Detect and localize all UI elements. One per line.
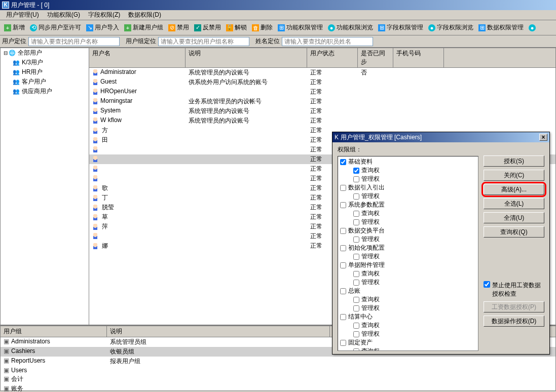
tb-func-mgmt[interactable]: ⊞功能权限管理: [276, 22, 325, 33]
group-pos-input[interactable]: [158, 37, 249, 46]
perm-node[interactable]: 数据引入引出: [339, 183, 477, 192]
tb-data-mgmt[interactable]: ⊞数据权限管理: [476, 22, 526, 33]
perm-checkbox[interactable]: [353, 211, 359, 217]
perm-child-node[interactable]: 管理权: [339, 175, 477, 183]
tree-hr[interactable]: 👥HR用户: [1, 67, 89, 77]
user-row[interactable]: W kflow系统管理员的内设账号正常: [89, 116, 555, 126]
perm-checkbox[interactable]: [353, 168, 359, 174]
tb-field-mgmt[interactable]: ⊞字段权限管理: [376, 22, 425, 33]
user-row[interactable]: Morningstar业务系统管理员的内设帐号正常: [89, 97, 555, 106]
perm-checkbox[interactable]: [340, 262, 346, 268]
clear-all-button[interactable]: 全清(U): [484, 212, 544, 223]
perm-child-node[interactable]: 查询权: [339, 166, 477, 175]
perm-child-node[interactable]: 管理权: [339, 278, 477, 287]
menu-field-perm[interactable]: 字段权限(Z): [84, 10, 124, 20]
perm-node[interactable]: 总账: [339, 287, 477, 295]
advanced-button[interactable]: 高级(A)...: [484, 184, 544, 195]
close-dialog-button[interactable]: 关闭(C): [484, 170, 544, 181]
tb-enable[interactable]: ✓反禁用: [192, 22, 223, 33]
query-perm-button[interactable]: 查询权(Q): [484, 226, 544, 238]
menu-func-perm[interactable]: 功能权限(G): [43, 10, 84, 20]
authorize-button[interactable]: 授权(S): [484, 155, 544, 167]
close-button[interactable]: ×: [539, 134, 547, 141]
permission-tree[interactable]: 基础资料查询权管理权数据引入引出管理权系统参数配置查询权管理权数据交换平台管理权…: [338, 156, 478, 351]
perm-child-node[interactable]: 管理权: [339, 330, 477, 338]
perm-checkbox[interactable]: [353, 219, 359, 225]
tb-func-browse[interactable]: ●功能权限浏览: [326, 22, 375, 33]
col-sync[interactable]: 是否已同步: [358, 48, 393, 67]
tb-new-group[interactable]: +新建用户组: [122, 22, 165, 33]
tb-new[interactable]: +新增: [2, 22, 27, 33]
disable-salary-check[interactable]: 禁止使用工资数据授权检查: [484, 281, 544, 298]
menu-user-mgmt[interactable]: 用户管理(U): [2, 10, 43, 20]
data-op-auth-button[interactable]: 数据操作授权(D): [484, 316, 544, 327]
perm-child-node[interactable]: 管理权: [339, 218, 477, 226]
tree-root[interactable]: ⊟ 🌐 全部用户: [1, 48, 89, 58]
perm-node[interactable]: 基础资料: [339, 158, 477, 166]
perm-checkbox[interactable]: [340, 159, 346, 165]
perm-child-node[interactable]: 查询权: [339, 295, 477, 304]
col-username[interactable]: 用户名: [89, 48, 186, 67]
perm-checkbox[interactable]: [353, 305, 359, 311]
user-row[interactable]: Guest供系统外用户访问系统的账号正常: [89, 77, 555, 87]
perm-node[interactable]: 初始化项配置: [339, 244, 477, 252]
perm-checkbox[interactable]: [340, 228, 346, 234]
perm-child-node[interactable]: 查询权: [339, 209, 477, 218]
perm-child-node[interactable]: 查询权: [339, 347, 477, 351]
perm-child-node[interactable]: 管理权: [339, 192, 477, 201]
col-gdesc[interactable]: 说明: [107, 326, 330, 337]
name-pos-input[interactable]: [282, 37, 373, 46]
tree-customer[interactable]: 👥客户用户: [1, 77, 89, 87]
col-group[interactable]: 用户组: [1, 326, 107, 337]
dialog-titlebar[interactable]: K 用户管理_权限管理 [Cashiers] ×: [332, 132, 549, 142]
user-row[interactable]: System系统管理员的内设账号正常: [89, 106, 555, 116]
perm-child-node[interactable]: 管理权: [339, 304, 477, 312]
perm-child-node[interactable]: 管理权: [339, 235, 477, 244]
tb-disable[interactable]: ⊘禁用: [166, 22, 191, 33]
menu-data-perm[interactable]: 数据权限(D): [124, 10, 165, 20]
tb-field-browse[interactable]: ●字段权限浏览: [426, 22, 475, 33]
select-all-button[interactable]: 全选(L): [484, 198, 544, 209]
perm-node[interactable]: 单据附件管理: [339, 261, 477, 269]
perm-checkbox[interactable]: [353, 348, 359, 351]
perm-child-node[interactable]: 查询权: [339, 321, 477, 330]
disable-salary-checkbox[interactable]: [484, 281, 490, 288]
tree-supplier[interactable]: 👥供应商用户: [1, 87, 89, 96]
perm-node[interactable]: 数据交换平台: [339, 226, 477, 235]
tree-k3[interactable]: 👥K/3用户: [1, 58, 89, 67]
tb-import[interactable]: ↘用户导入: [84, 22, 121, 33]
perm-checkbox[interactable]: [353, 280, 359, 286]
perm-checkbox[interactable]: [353, 297, 359, 303]
perm-checkbox[interactable]: [353, 271, 359, 277]
perm-checkbox[interactable]: [353, 193, 359, 200]
perm-checkbox[interactable]: [340, 202, 346, 208]
col-phone[interactable]: 手机号码: [393, 48, 444, 67]
perm-child-node[interactable]: 管理权: [339, 252, 477, 261]
tb-more[interactable]: ●: [527, 23, 539, 32]
perm-checkbox[interactable]: [340, 185, 346, 191]
perm-checkbox[interactable]: [353, 237, 359, 243]
group-row[interactable]: ▣账务: [1, 384, 555, 392]
perm-checkbox[interactable]: [340, 340, 346, 346]
user-row[interactable]: Administrator系统管理员的内设账号正常否: [89, 68, 555, 77]
perm-checkbox[interactable]: [353, 254, 359, 260]
perm-checkbox[interactable]: [340, 314, 346, 320]
perm-checkbox[interactable]: [340, 288, 346, 294]
tb-sync[interactable]: ⟲同步用户至许可: [28, 22, 83, 33]
perm-node[interactable]: 系统参数配置: [339, 201, 477, 209]
perm-node[interactable]: 结算中心: [339, 312, 477, 321]
perm-node[interactable]: 固定资产: [339, 338, 477, 347]
col-desc[interactable]: 说明: [186, 48, 307, 67]
user-row[interactable]: HROpenUser正常: [89, 87, 555, 97]
group-row[interactable]: ▣会计: [1, 374, 555, 384]
tb-delete[interactable]: 🗑删除: [250, 22, 275, 33]
tb-unlock[interactable]: 🔓解锁: [224, 22, 249, 33]
group-row[interactable]: ▣Users: [1, 366, 555, 374]
perm-checkbox[interactable]: [353, 323, 359, 329]
perm-checkbox[interactable]: [353, 176, 359, 182]
perm-child-node[interactable]: 查询权: [339, 269, 477, 278]
group-row[interactable]: ▣ReportUsers报表用户组: [1, 357, 555, 366]
collapse-icon[interactable]: ⊟: [3, 50, 9, 56]
perm-checkbox[interactable]: [340, 245, 346, 251]
col-status[interactable]: 用户状态: [307, 48, 358, 67]
